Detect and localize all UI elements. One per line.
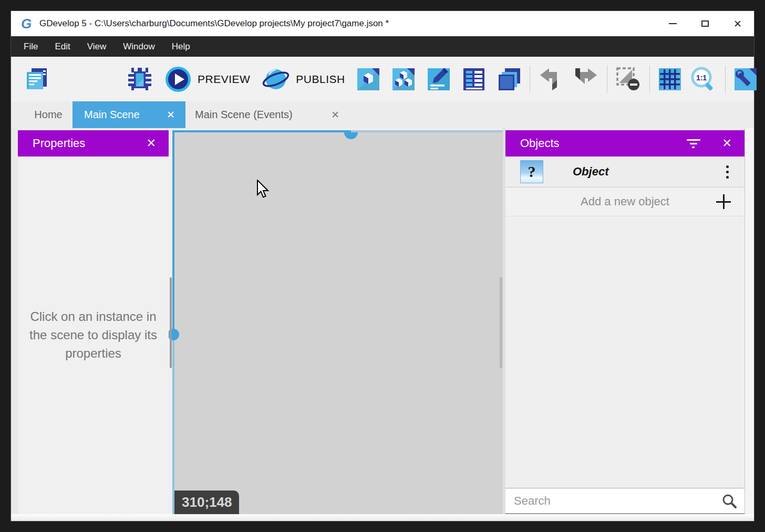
maximize-icon <box>701 20 709 27</box>
toolbar-separator <box>607 66 607 93</box>
objects-panel-header: Objects ✕ <box>505 130 745 157</box>
objects-panel: Objects ✕ ? Object Add a new object <box>505 128 745 514</box>
kebab-menu-icon[interactable] <box>726 165 729 179</box>
title-bar: G GDevelop 5 - C:\Users\charburg\Documen… <box>11 11 754 36</box>
debug-icon[interactable] <box>127 66 153 92</box>
close-button[interactable]: ✕ <box>721 11 754 36</box>
maximize-button[interactable] <box>689 11 721 36</box>
tab-main-scene-events[interactable]: Main Scene (Events) ✕ <box>185 101 351 128</box>
tab-label: Home <box>34 109 62 121</box>
tab-main-scene[interactable]: Main Scene ✕ <box>73 101 185 128</box>
tab-label: Main Scene (Events) <box>195 109 293 121</box>
svg-text:1:1: 1:1 <box>696 74 707 82</box>
publish-globe-icon <box>262 66 290 93</box>
object-name: Object <box>573 165 608 179</box>
objects-groups-icon[interactable] <box>391 67 416 92</box>
zoom-original-icon[interactable]: 1:1 <box>689 66 718 93</box>
deselect-instances-icon[interactable] <box>615 66 642 92</box>
tab-close-icon[interactable]: ✕ <box>167 109 175 121</box>
search-icon[interactable] <box>721 493 737 509</box>
app-window: G GDevelop 5 - C:\Users\charburg\Documen… <box>11 11 754 521</box>
publish-button[interactable]: PUBLISH <box>262 66 345 93</box>
toggle-grid-icon[interactable] <box>657 67 683 92</box>
minimize-button[interactable] <box>656 11 689 36</box>
toolbar-separator <box>725 66 726 93</box>
window-title: GDevelop 5 - C:\Users\charburg\Documents… <box>39 18 389 29</box>
right-gutter <box>745 128 754 514</box>
properties-panel-body: Click on an instance in the scene to dis… <box>18 157 169 514</box>
scene-window-border-left <box>172 130 174 514</box>
open-debugger-icon[interactable] <box>733 67 758 92</box>
publish-label: PUBLISH <box>296 73 345 86</box>
menu-bar: File Edit View Window Help <box>11 36 754 57</box>
search-input[interactable] <box>514 494 721 508</box>
scene-area[interactable] <box>174 132 503 514</box>
add-object-row[interactable]: Add a new object <box>505 187 745 216</box>
menu-help[interactable]: Help <box>163 36 199 57</box>
plus-icon[interactable] <box>716 194 731 209</box>
properties-close-icon[interactable]: ✕ <box>147 137 156 150</box>
filter-icon[interactable] <box>687 139 700 148</box>
tab-home[interactable]: Home <box>24 101 73 128</box>
properties-panel: Properties ✕ Click on an instance in the… <box>18 128 169 514</box>
objects-panel-title: Objects <box>520 137 560 150</box>
layers-icon[interactable] <box>497 67 522 92</box>
tab-close-icon[interactable]: ✕ <box>331 109 339 121</box>
undo-icon[interactable] <box>538 66 564 92</box>
properties-panel-title: Properties <box>33 137 85 150</box>
properties-panel-header: Properties ✕ <box>18 130 169 157</box>
minimize-icon <box>669 23 677 24</box>
object-list-item[interactable]: ? Object <box>505 157 745 187</box>
add-object-icon[interactable] <box>356 67 381 92</box>
preview-button[interactable]: PREVIEW <box>164 66 250 93</box>
redo-icon[interactable] <box>573 66 599 92</box>
objects-search-bar <box>505 488 745 514</box>
cursor-coordinates-badge: 310;148 <box>174 491 239 514</box>
gdevelop-logo-icon: G <box>18 16 34 32</box>
tab-bar: Home Main Scene ✕ Main Scene (Events) ✕ <box>11 101 754 128</box>
menu-file[interactable]: File <box>15 36 46 57</box>
scene-properties-icon[interactable] <box>426 67 451 92</box>
left-gutter <box>11 128 18 514</box>
menu-edit[interactable]: Edit <box>46 36 78 57</box>
preview-play-icon <box>164 66 192 93</box>
menu-window[interactable]: Window <box>115 36 163 57</box>
toolbar: PREVIEW PUBLISH <box>11 57 754 101</box>
scene-window-border-top <box>172 130 503 132</box>
properties-empty-message: Click on an instance in the scene to dis… <box>25 308 162 362</box>
preview-label: PREVIEW <box>198 73 250 86</box>
object-question-icon: ? <box>520 160 543 183</box>
window-bottom-edge <box>11 514 754 521</box>
add-object-label: Add a new object <box>581 195 669 208</box>
canvas-scrollbar-right[interactable] <box>500 277 502 368</box>
menu-view[interactable]: View <box>79 36 115 57</box>
objects-list-empty-area <box>505 216 745 488</box>
tab-label: Main Scene <box>84 109 140 121</box>
close-icon: ✕ <box>733 18 742 30</box>
scene-editor-canvas[interactable]: 310;148 <box>169 128 503 514</box>
main-content: Properties ✕ Click on an instance in the… <box>11 128 754 514</box>
project-manager-icon[interactable] <box>24 66 50 92</box>
scene-variables-icon[interactable] <box>461 67 487 92</box>
canvas-scrollbar-left[interactable] <box>170 277 172 368</box>
objects-close-icon[interactable]: ✕ <box>722 137 732 150</box>
toolbar-separator <box>649 66 650 93</box>
mouse-cursor-icon <box>256 180 270 200</box>
toolbar-separator <box>530 66 530 93</box>
